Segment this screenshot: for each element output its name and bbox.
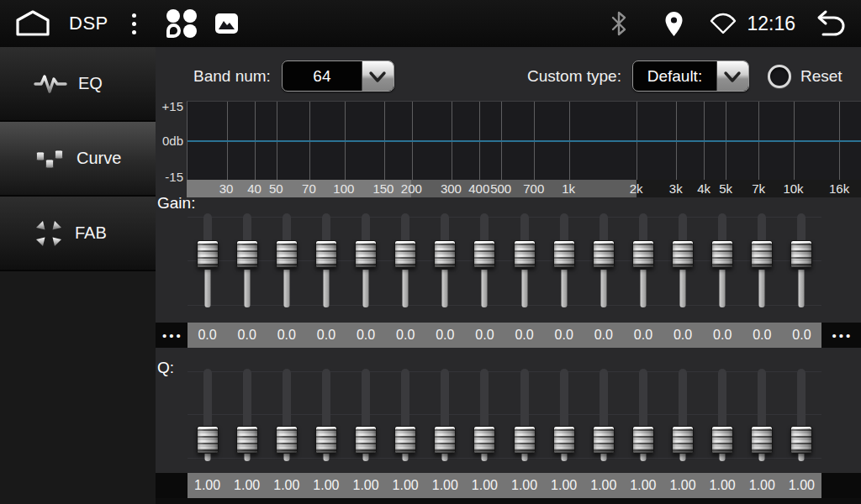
gain-more-left-button[interactable]: •••: [156, 323, 188, 348]
gain-band-slider[interactable]: [188, 208, 227, 311]
gain-band-value: 0.0: [544, 323, 584, 348]
slider-thumb[interactable]: [394, 240, 416, 268]
q-band-value: 1.00: [227, 473, 267, 498]
gain-band-slider[interactable]: [504, 208, 544, 311]
q-band-slider[interactable]: [703, 365, 742, 463]
q-band-slider[interactable]: [227, 365, 267, 463]
sidebar: EQ Curve: [0, 47, 156, 504]
gain-band-slider[interactable]: [623, 208, 663, 311]
q-band-slider[interactable]: [623, 365, 663, 463]
gain-band-slider[interactable]: [544, 208, 584, 311]
slider-thumb[interactable]: [593, 240, 615, 268]
slider-thumb[interactable]: [672, 426, 694, 454]
sidebar-item-eq[interactable]: EQ: [0, 47, 156, 122]
gain-more-right-button[interactable]: •••: [821, 323, 861, 348]
gain-band-slider[interactable]: [742, 208, 782, 311]
slider-thumb[interactable]: [315, 426, 337, 454]
q-band-slider[interactable]: [425, 365, 465, 463]
slider-thumb[interactable]: [514, 240, 536, 268]
gain-band-slider[interactable]: [306, 208, 346, 311]
slider-thumb[interactable]: [197, 426, 219, 454]
home-icon[interactable]: [13, 8, 52, 39]
slider-thumb[interactable]: [751, 240, 773, 268]
slider-thumb[interactable]: [632, 240, 654, 268]
slider-thumb[interactable]: [514, 426, 536, 454]
gain-band-slider[interactable]: [465, 208, 504, 311]
slider-track-upper: [797, 213, 806, 243]
slider-thumb[interactable]: [790, 240, 812, 268]
slider-track-upper: [401, 213, 409, 243]
band-num-field: Band num: 64: [193, 61, 394, 91]
slider-thumb[interactable]: [672, 240, 694, 268]
slider-track-lower: [799, 454, 805, 461]
q-band-slider[interactable]: [386, 365, 425, 463]
slider-thumb[interactable]: [355, 240, 377, 268]
q-band-slider[interactable]: [742, 365, 782, 463]
q-band-slider[interactable]: [584, 365, 623, 463]
gain-band-slider[interactable]: [584, 208, 623, 311]
status-bar: DSP 12:16: [0, 0, 861, 47]
apps-clover-icon[interactable]: [166, 8, 197, 39]
gain-band-slider[interactable]: [267, 208, 306, 311]
gain-band-slider[interactable]: [663, 208, 703, 311]
gain-band-slider[interactable]: [703, 208, 742, 311]
sidebar-item-curve[interactable]: Curve: [0, 122, 156, 197]
freq-tick-label: 1k: [562, 180, 575, 197]
q-band-value: 1.00: [425, 473, 465, 498]
slider-thumb[interactable]: [236, 426, 258, 454]
slider-thumb[interactable]: [394, 426, 416, 454]
chevron-down-icon[interactable]: [716, 61, 748, 91]
slider-thumb[interactable]: [711, 240, 733, 268]
gain-band-slider[interactable]: [346, 208, 386, 311]
slider-thumb[interactable]: [434, 426, 456, 454]
q-band-slider[interactable]: [267, 365, 306, 463]
q-band-slider[interactable]: [465, 365, 504, 463]
custom-type-field: Custom type: Default:: [527, 61, 749, 91]
q-band-slider[interactable]: [663, 365, 703, 463]
gallery-icon[interactable]: [215, 13, 238, 34]
slider-thumb[interactable]: [434, 240, 456, 268]
slider-thumb[interactable]: [751, 426, 773, 454]
q-section-label: Q:: [157, 359, 174, 377]
slider-thumb[interactable]: [593, 426, 615, 454]
q-band-slider[interactable]: [504, 365, 544, 463]
reset-control[interactable]: Reset: [768, 61, 843, 91]
band-num-select[interactable]: 64: [282, 60, 394, 92]
sidebar-item-label: FAB: [75, 223, 107, 243]
slider-thumb[interactable]: [553, 426, 575, 454]
custom-type-select[interactable]: Default:: [632, 60, 749, 92]
gain-band-value: 0.0: [425, 323, 465, 348]
back-icon[interactable]: [809, 9, 848, 38]
gain-band-slider[interactable]: [782, 208, 821, 311]
slider-thumb[interactable]: [790, 426, 812, 454]
slider-thumb[interactable]: [276, 426, 298, 454]
slider-track-lower: [521, 270, 527, 307]
slider-thumb[interactable]: [553, 240, 575, 268]
q-band-slider[interactable]: [346, 365, 386, 463]
slider-thumb[interactable]: [197, 240, 219, 268]
freq-tick-label: 50: [269, 180, 283, 197]
q-band-slider[interactable]: [782, 365, 821, 463]
sidebar-item-fab[interactable]: FAB: [0, 197, 156, 271]
q-band-slider[interactable]: [306, 365, 346, 463]
q-band-slider[interactable]: [188, 365, 227, 463]
slider-thumb[interactable]: [236, 240, 258, 268]
slider-track-upper: [718, 369, 726, 428]
slider-thumb[interactable]: [473, 426, 495, 454]
gain-band-slider[interactable]: [425, 208, 465, 311]
slider-track-upper: [679, 369, 687, 428]
slider-thumb[interactable]: [711, 426, 733, 454]
slider-thumb[interactable]: [355, 426, 377, 454]
gain-band-slider[interactable]: [227, 208, 267, 311]
slider-thumb[interactable]: [276, 240, 298, 268]
slider-track-lower: [759, 270, 765, 307]
slider-thumb[interactable]: [315, 240, 337, 268]
chevron-down-icon[interactable]: [362, 61, 394, 91]
radio-circle-icon[interactable]: [768, 65, 791, 88]
q-band-slider[interactable]: [544, 365, 584, 463]
slider-thumb[interactable]: [632, 426, 654, 454]
slider-thumb[interactable]: [473, 240, 495, 268]
overflow-menu-icon[interactable]: [132, 13, 136, 34]
slider-track-upper: [520, 213, 529, 243]
gain-band-slider[interactable]: [386, 208, 425, 311]
